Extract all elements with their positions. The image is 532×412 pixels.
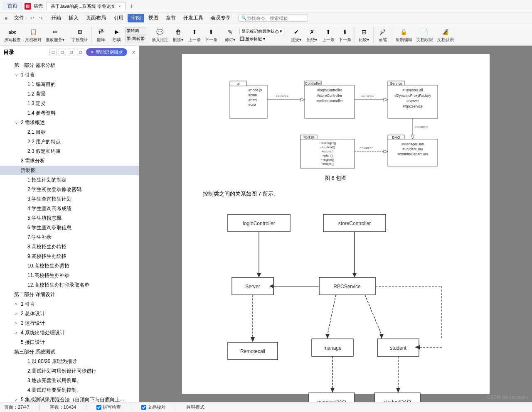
menu-dev[interactable]: 开发工具 xyxy=(180,14,207,22)
show-mark-row[interactable]: 🔲 显示标记 ▾ xyxy=(239,36,284,42)
toc-2-3[interactable]: 2.3 假定和约束 xyxy=(0,147,139,156)
next-change-btn[interactable]: ⬇ 下一条 xyxy=(337,26,353,44)
toc-act-2[interactable]: 2.学生初次登录修改密码 xyxy=(0,185,139,194)
prev-comment-btn[interactable]: ⬆ 上一条 xyxy=(187,26,202,44)
spellcheck-status[interactable]: 拼写检查 xyxy=(96,404,121,410)
svg-text:#html: #html xyxy=(249,98,257,102)
toc-act-7[interactable]: 7.学生补录 xyxy=(0,233,139,242)
read-icon: ▶ xyxy=(112,27,122,37)
prev-change-btn[interactable]: ⬆ 上一条 xyxy=(320,26,336,44)
toc-test-5[interactable]: > 5.集成测试采用混合法（自顶向下与自底向上... xyxy=(0,395,139,402)
show-mark-group[interactable]: 显示标记的最终状态 ▾ 🔲 显示标记 ▾ xyxy=(239,27,285,43)
translate-btn[interactable]: 译 翻译 xyxy=(94,26,108,44)
content-area[interactable]: ui #node.js #json #html #vue <<use>> Con… xyxy=(139,46,532,402)
doccheck-status[interactable]: 文档校对 xyxy=(141,404,166,410)
toc-1-1[interactable]: 1.1 编写目的 xyxy=(0,80,139,89)
menu-layout[interactable]: 页面布局 xyxy=(83,14,109,22)
compare-btn[interactable]: ⊟ 比较▾ xyxy=(357,26,372,44)
hamburger-icon[interactable]: ≡ xyxy=(2,15,10,22)
menu-chapter[interactable]: 章节 xyxy=(163,14,179,22)
toc-ch2[interactable]: ∨ 2 需求概述 xyxy=(0,118,139,128)
svg-text:ui: ui xyxy=(236,81,239,86)
permission-btn[interactable]: 📄 文档权限 xyxy=(415,26,435,44)
delete-btn[interactable]: 🗑 删除▾ xyxy=(171,26,186,44)
menu-view[interactable]: 视图 xyxy=(145,14,162,22)
toc-test-3[interactable]: 3.逐步完善测试用例库。 xyxy=(0,376,139,385)
sidebar-ctrl-3[interactable]: □ xyxy=(68,49,75,56)
toc-p2-ch2[interactable]: > 2 总体设计 xyxy=(0,309,139,319)
redo-btn[interactable]: ↪ xyxy=(37,15,44,22)
menu-start[interactable]: 开始 xyxy=(48,14,64,22)
pen-btn[interactable]: 🖊 画笔 xyxy=(375,26,390,44)
menu-vip[interactable]: 会员专享 xyxy=(207,14,234,22)
toc-p2-ch1[interactable]: > 1 引言 xyxy=(0,299,139,309)
restrict-btn[interactable]: 🔒 限制编辑 xyxy=(394,26,414,44)
toc-act-12[interactable]: 12.高校招生办打印录取名单 xyxy=(0,280,139,290)
toc-act-3[interactable]: 3.学生查询招生计划 xyxy=(0,194,139,204)
toc-activity[interactable]: 活动图 xyxy=(0,166,139,175)
read-btn[interactable]: ▶ 朗读 xyxy=(109,26,124,44)
doccheck-checkbox[interactable] xyxy=(141,405,146,410)
accept-btn[interactable]: ✔ 接受▾ xyxy=(289,26,304,44)
tab-close-btn[interactable]: × xyxy=(118,4,121,9)
spellcheck-btn[interactable]: abc 拼写检查 xyxy=(2,26,22,44)
undo-btn[interactable]: ↩ xyxy=(28,15,36,22)
toc-ch3[interactable]: 3 需求分析 xyxy=(0,156,139,166)
wordcount-btn[interactable]: ⊞ 字数统计 xyxy=(70,26,90,44)
toc-ch1[interactable]: ∨ 1 引言 xyxy=(0,70,139,80)
search-input[interactable] xyxy=(247,16,305,21)
accept-label: 接受▾ xyxy=(291,37,301,43)
toc-test-2[interactable]: 2.测试计划与用例设计同步进行 xyxy=(0,366,139,376)
next-comment-btn[interactable]: ⬇ 下一条 xyxy=(203,26,219,44)
toc-act-10[interactable]: 10.高校招生办调招 xyxy=(0,261,139,271)
toc-p2-ch5[interactable]: 5 接口设计 xyxy=(0,338,139,347)
doc-recog-btn[interactable]: 🔏 文档认识 xyxy=(436,26,456,44)
insert-comment-btn[interactable]: 💬 插入批注 xyxy=(150,26,170,44)
menu-ref[interactable]: 引用 xyxy=(110,14,127,22)
compare-icon: ⊟ xyxy=(359,27,369,37)
reject-btn[interactable]: ✗ 拒绝▾ xyxy=(305,26,320,44)
toc-act-5[interactable]: 5.学生填报志愿 xyxy=(0,213,139,223)
toc-act-4[interactable]: 4.学生查询高考成绩 xyxy=(0,204,139,213)
tb-sep-5 xyxy=(287,27,287,43)
correction-btn[interactable]: ✏ 批改服务▾ xyxy=(44,26,66,44)
sidebar-ctrl-2[interactable]: □ xyxy=(59,49,66,56)
toc-p2-ch3[interactable]: > 3 运行设计 xyxy=(0,319,139,328)
toc-act-8[interactable]: 8.高校招生办特招 xyxy=(0,242,139,252)
word-count: 字数：10434 xyxy=(50,404,76,410)
toc-act-6[interactable]: 6.学生查询录取信息 xyxy=(0,223,139,233)
add-tab-btn[interactable]: + xyxy=(126,2,137,11)
toc-test-4[interactable]: 4.测试过程要受到控制。 xyxy=(0,385,139,395)
toc-part3[interactable]: 第三部分 系统测试 xyxy=(0,347,139,357)
toc-1-4[interactable]: 1.4 参考资料 xyxy=(0,108,139,118)
toc-p2-ch4[interactable]: > 4 系统出错处理设计 xyxy=(0,328,139,338)
ai-toc-btn[interactable]: ✦ 智能识别目录 xyxy=(86,48,127,56)
doccheck-btn[interactable]: 📋 文档校对 xyxy=(23,26,43,44)
active-tab[interactable]: 基于Java的高...取系统 毕业论文 × xyxy=(46,2,126,10)
final-state-dropdown[interactable]: 显示标记的最终状态 ▾ xyxy=(239,28,284,35)
toc-act-11[interactable]: 11.高校招生办补录 xyxy=(0,271,139,280)
prev-comment-label: 上一条 xyxy=(188,37,201,43)
menu-file[interactable]: 文件 xyxy=(11,14,27,22)
trad-simp-btn[interactable]: 繁转简 繁 简转繁 xyxy=(125,27,146,42)
toc-act-1[interactable]: 1.招生计划的制定 xyxy=(0,175,139,185)
menu-insert[interactable]: 插入 xyxy=(65,14,82,22)
home-btn[interactable]: 首页 xyxy=(3,2,22,10)
spellcheck-checkbox[interactable] xyxy=(96,405,101,410)
toc-2-1[interactable]: 2.1 目标 xyxy=(0,128,139,137)
menu-review[interactable]: 审阅 xyxy=(128,14,144,22)
sidebar-ctrl-4[interactable]: □ xyxy=(77,49,84,56)
svg-text:student: student xyxy=(390,345,406,351)
tab-title: 基于Java的高...取系统 毕业论文 xyxy=(51,3,116,10)
sidebar-ctrl-1[interactable]: □ xyxy=(49,49,57,56)
sidebar-close-btn[interactable]: × xyxy=(132,49,135,56)
toc-test-1[interactable]: 1.以 80/20 原理为指导 xyxy=(0,357,139,366)
track-changes-btn[interactable]: ✎ 修订▾ xyxy=(223,26,238,44)
toc-part2[interactable]: 第二部分 详细设计 xyxy=(0,290,139,299)
toc-part1[interactable]: 第一部分 需求分析 xyxy=(0,61,139,70)
toc-2-2[interactable]: 2.2 用户的特点 xyxy=(0,137,139,147)
toc-act-9[interactable]: 9.高校招生办统招 xyxy=(0,252,139,261)
toc-1-3[interactable]: 1.3 定义 xyxy=(0,99,139,108)
search-box[interactable]: 🔍 xyxy=(238,15,308,22)
toc-1-2[interactable]: 1.2 背景 xyxy=(0,89,139,99)
